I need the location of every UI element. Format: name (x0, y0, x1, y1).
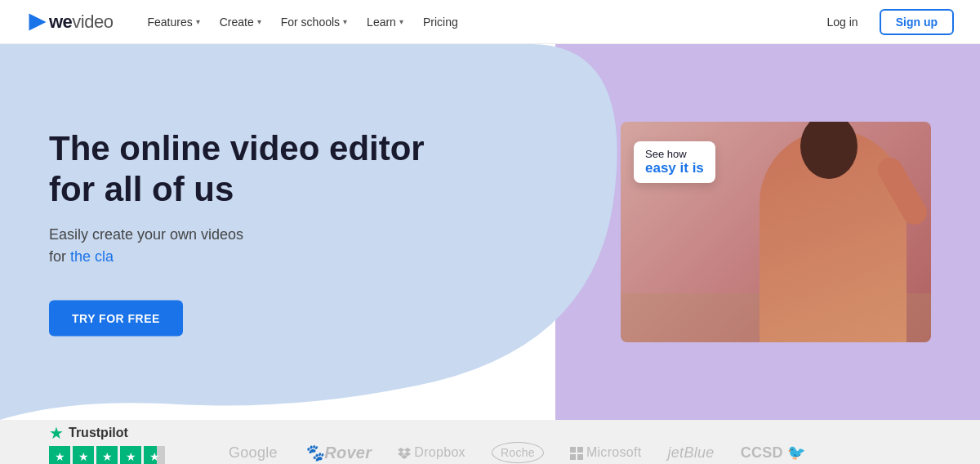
hero-photo: See how easy it is (621, 122, 931, 342)
login-button[interactable]: Log in (819, 11, 866, 33)
signup-button[interactable]: Sign up (880, 9, 954, 35)
rover-logo: 🐾Rover (304, 443, 372, 462)
svg-rect-2 (577, 447, 583, 453)
svg-marker-0 (29, 13, 47, 30)
logo[interactable]: wevideo (26, 11, 113, 33)
star-3: ★ (96, 446, 118, 464)
hero-title: The online video editor for all of us (49, 128, 441, 211)
hero-image: See how easy it is (621, 122, 931, 342)
navbar: wevideo Features ▾ Create ▾ For schools … (0, 0, 980, 44)
star-5-partial: ★ (144, 446, 165, 464)
logo-icon (26, 11, 49, 33)
brand-logos: Google 🐾Rover Dropbox Roche Microsoft je… (229, 442, 931, 463)
nav-features[interactable]: Features ▾ (139, 11, 207, 33)
hero-content: The online video editor for all of us Ea… (49, 128, 441, 337)
see-how-line1: See how (645, 148, 704, 160)
jetblue-logo: jetBlue (668, 444, 715, 462)
chevron-down-icon: ▾ (343, 17, 347, 26)
star-2: ★ (73, 446, 94, 464)
svg-rect-4 (577, 454, 583, 460)
roche-logo: Roche (492, 442, 544, 463)
ccsd-logo: CCSD 🐦 (741, 444, 806, 462)
try-for-free-button[interactable]: TRY FOR FREE (49, 300, 183, 336)
hero-section: The online video editor for all of us Ea… (0, 44, 980, 420)
trustpilot-label: Trustpilot (69, 426, 128, 440)
chevron-down-icon: ▾ (399, 17, 403, 26)
chevron-down-icon: ▾ (196, 17, 200, 26)
nav-links: Features ▾ Create ▾ For schools ▾ Learn … (139, 11, 818, 33)
nav-learn[interactable]: Learn ▾ (359, 11, 412, 33)
google-logo: Google (229, 444, 278, 462)
star-1: ★ (49, 446, 70, 464)
trustpilot-icon: ★ (49, 423, 64, 443)
stars-row: ★ ★ ★ ★ ★ (49, 446, 165, 464)
trustpilot-area: ★ Trustpilot ★ ★ ★ ★ ★ TrustScore 4.1 | … (49, 423, 196, 464)
hero-subtitle: Easily create your own videos for the cl… (49, 223, 441, 267)
nav-for-schools[interactable]: For schools ▾ (273, 11, 355, 33)
nav-pricing[interactable]: Pricing (415, 11, 466, 33)
nav-auth: Log in Sign up (819, 9, 954, 35)
svg-rect-3 (570, 454, 576, 460)
trustpilot-header: ★ Trustpilot (49, 423, 128, 443)
svg-rect-1 (570, 447, 576, 453)
trust-bar: ★ Trustpilot ★ ★ ★ ★ ★ TrustScore 4.1 | … (0, 420, 980, 464)
logo-text: wevideo (49, 11, 113, 33)
see-how-badge: See how easy it is (634, 141, 715, 183)
chevron-down-icon: ▾ (257, 17, 261, 26)
hero-subtitle-colored: the cla (70, 248, 114, 264)
dropbox-logo: Dropbox (398, 445, 466, 460)
star-4: ★ (120, 446, 141, 464)
microsoft-logo: Microsoft (570, 445, 642, 460)
nav-create[interactable]: Create ▾ (212, 11, 270, 33)
see-how-line2: easy it is (645, 160, 704, 176)
